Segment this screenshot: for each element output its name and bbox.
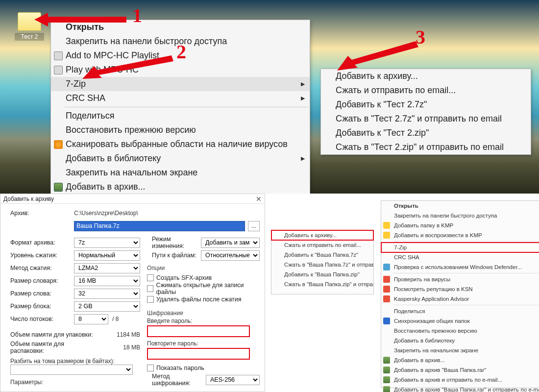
level-label: Уровень сжатия:	[5, 252, 74, 259]
split-select[interactable]	[10, 365, 133, 375]
menu-item[interactable]: Добавить в библиотеку›	[381, 336, 539, 345]
enc-method-select[interactable]: AES-256	[206, 375, 260, 385]
menu-item[interactable]: Добавить папку в KMP	[381, 220, 539, 230]
context-menu-main: ОткрытьЗакрепить на панели быстрого дост…	[50, 20, 310, 209]
format-select[interactable]: 7z	[74, 238, 140, 248]
password-input[interactable]	[147, 325, 250, 337]
menu-item[interactable]: Поделиться›	[381, 306, 539, 316]
menu-item[interactable]: CRC SHA▶	[51, 91, 310, 105]
submenu-7zip-mini: Добавить к архиву...Сжать и отправить по…	[271, 230, 374, 294]
paths-select[interactable]: Относительные пути	[201, 250, 260, 261]
archive-label: Архив:	[5, 210, 74, 217]
mode-label: Режим изменения:	[147, 236, 201, 249]
mini-icon	[383, 222, 390, 229]
menu-item[interactable]: Синхронизация общих папок›	[381, 316, 539, 326]
dict-select[interactable]: 16 MB	[74, 276, 140, 286]
menu-item[interactable]: Восстановить прежнюю версию	[381, 326, 539, 336]
menu-item[interactable]: Посмотреть репутацию в KSN	[381, 284, 539, 294]
mini-icon	[383, 264, 390, 270]
menu-item[interactable]: Добавить и воспроизвести в KMP	[381, 230, 539, 240]
menu-item[interactable]: Сжать и отправить по email...	[321, 83, 531, 98]
menu-item[interactable]: Сканировать выбранные области на наличие…	[51, 137, 310, 151]
menu-item[interactable]: Добавить к "Тест 2.7z"	[321, 98, 531, 112]
mem-unpack-value: 18 MB	[98, 344, 140, 351]
menu-item[interactable]: Добавить к "Тест 2.zip"	[321, 126, 531, 140]
media-icon	[54, 66, 63, 74]
params-label: Параметры:	[5, 379, 140, 386]
opt-delete[interactable]: Удалять файлы после сжатия	[147, 294, 260, 305]
menu-item[interactable]: Открыть	[51, 20, 310, 34]
folder-test2[interactable]: Тест 2	[15, 12, 44, 41]
menu-item[interactable]: Add to MPC-HC Playlist	[51, 49, 310, 63]
menu-item[interactable]: Поделиться	[51, 109, 310, 123]
split-label: Разбить на тома размером (в байтах):	[5, 358, 140, 365]
menu-item[interactable]: Добавить в архив и отправить по e-mail..…	[381, 375, 539, 385]
mini-icon	[383, 386, 390, 392]
menu-item[interactable]: Добавить в библиотеку▶	[51, 151, 310, 166]
menu-item[interactable]: Сжать в "Тест 2.7z" и отправить по email	[321, 112, 531, 126]
word-label: Размер слова:	[5, 290, 74, 297]
menu-item[interactable]: Закрепить на начальном экране	[381, 345, 539, 355]
menu-item[interactable]: Закрепить на панели быстрого доступа	[381, 211, 539, 220]
rar-icon	[54, 183, 63, 192]
folder-label: Тест 2	[15, 33, 44, 41]
word-select[interactable]: 32	[74, 289, 140, 299]
svg-marker-2	[337, 41, 418, 71]
mem-pack-value: 1184 MB	[98, 331, 140, 338]
dialog-title: Добавить к архиву	[3, 196, 54, 202]
mini-icon	[383, 232, 390, 239]
mini-icon	[383, 367, 390, 373]
menu-item[interactable]: Сжать и отправить по email...	[271, 240, 373, 250]
chevron-right-icon: ▶	[301, 81, 305, 87]
chevron-right-icon: ▶	[301, 155, 305, 162]
show-password[interactable]: Показать пароль	[147, 363, 260, 373]
menu-item[interactable]: Проверить на вирусы	[381, 274, 539, 284]
password-repeat-input[interactable]	[147, 348, 250, 360]
format-label: Формат архива:	[5, 239, 74, 246]
menu-item[interactable]: Добавить к "Ваша Папка.zip"	[271, 270, 373, 279]
options-header: Опции	[147, 265, 260, 271]
enc-header: Шифрование	[147, 310, 260, 317]
menu-item[interactable]: Проверка с использованием Windows Defend…	[381, 262, 539, 272]
menu-item[interactable]: 7-Zip▶	[51, 77, 310, 91]
menu-item[interactable]: Play with MPC-HC	[51, 63, 310, 77]
close-icon[interactable]: ✕	[256, 195, 262, 203]
browse-button[interactable]: ...	[248, 221, 260, 231]
mini-icon	[383, 376, 390, 383]
method-label: Метод сжатия:	[5, 265, 74, 271]
media-icon	[54, 51, 63, 60]
mode-select[interactable]: Добавить и заменить	[201, 238, 260, 248]
menu-item[interactable]: Добавить в архив "Ваша Папка.rar" и отпр…	[381, 385, 539, 392]
menu-item[interactable]: Сжать в "Ваша Папка.7z" и отправить по e…	[271, 260, 373, 270]
menu-item[interactable]: Сжать в "Тест 2.zip" и отправить по emai…	[321, 140, 531, 154]
paths-label: Пути к файлам:	[147, 252, 201, 259]
menu-item[interactable]: Добавить к "Ваша Папка.7z"	[271, 250, 373, 260]
mini-icon	[383, 276, 390, 283]
opt-open[interactable]: Сжимать открытые для записи файлы	[147, 283, 260, 294]
menu-item[interactable]: Добавить в архив...	[381, 355, 539, 365]
menu-item[interactable]: Восстановить прежнюю версию	[51, 123, 310, 137]
menu-item[interactable]: Открыть	[381, 201, 539, 211]
block-select[interactable]: 2 GB	[74, 301, 140, 312]
menu-item[interactable]: Закрепить на панели быстрого доступа	[51, 34, 310, 49]
menu-item[interactable]: Добавить к архиву...	[321, 69, 531, 83]
menu-item[interactable]: Добавить в архив "Ваша Папка.rar"	[381, 365, 539, 375]
menu-item[interactable]: Добавить к архиву...	[271, 230, 373, 240]
method-select[interactable]: LZMA2	[74, 263, 140, 273]
7zip-add-dialog: Добавить к архиву ✕ Архив: C:\Users\nzpr…	[0, 194, 265, 392]
mem-pack-label: Объем памяти для упаковки:	[5, 331, 98, 338]
menu-item[interactable]: Kaspersky Application Advisor	[381, 294, 539, 304]
context-menu-second: ОткрытьЗакрепить на панели быстрого дост…	[381, 200, 539, 388]
shield-icon	[54, 140, 63, 149]
threads-select[interactable]: 8	[74, 314, 108, 324]
mini-icon	[383, 295, 390, 302]
pw1-label: Введите пароль:	[147, 318, 260, 324]
menu-item[interactable]: Добавить в архив...	[51, 180, 310, 194]
menu-item[interactable]: Закрепить на начальном экране	[51, 166, 310, 180]
chevron-right-icon: ▶	[301, 95, 305, 101]
menu-item[interactable]: 7-Zip›	[381, 243, 539, 252]
archive-name-input[interactable]	[74, 221, 245, 231]
menu-item[interactable]: Сжать в "Ваша Папка.zip" и отправить по …	[271, 279, 373, 289]
level-select[interactable]: Нормальный	[74, 250, 140, 261]
menu-item[interactable]: CRC SHA›	[381, 252, 539, 262]
